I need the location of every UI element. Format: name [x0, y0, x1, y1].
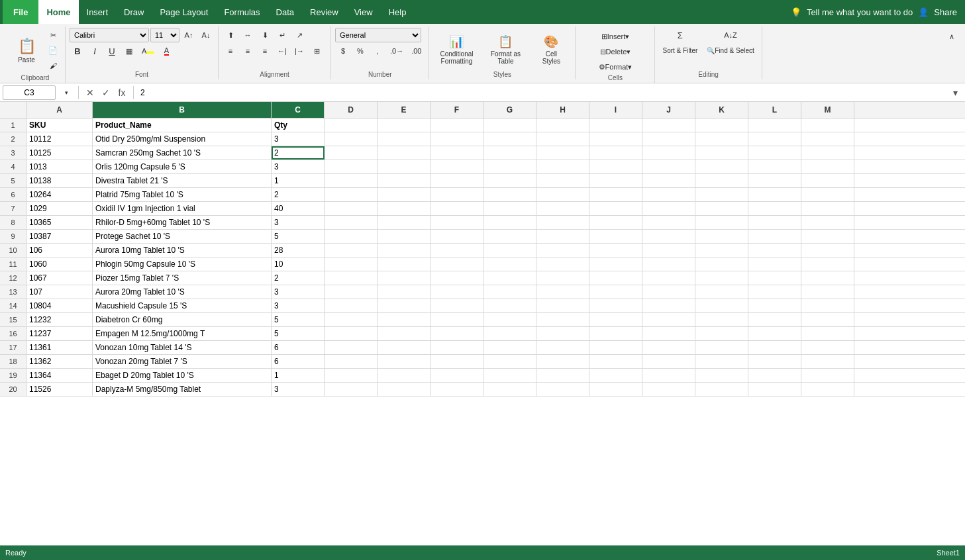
- cell-B9[interactable]: Protege Sachet 10 'S: [93, 230, 272, 243]
- cell-F17[interactable]: [431, 341, 483, 354]
- cell-E4[interactable]: [378, 160, 431, 173]
- cell-C5[interactable]: 1: [272, 174, 325, 187]
- cell-C16[interactable]: 5: [272, 327, 325, 340]
- font-name-select[interactable]: Calibri: [70, 28, 149, 42]
- sort-filter-button[interactable]: Sort & Filter: [659, 43, 701, 58]
- cell-F9[interactable]: [431, 230, 483, 243]
- cell-G4[interactable]: [483, 160, 536, 173]
- cell-L11[interactable]: [748, 257, 801, 271]
- cell-C7[interactable]: 40: [272, 202, 325, 215]
- cell-L9[interactable]: [748, 230, 801, 243]
- cell-I6[interactable]: [589, 188, 642, 201]
- cell-A12[interactable]: 1067: [26, 271, 93, 285]
- cell-F1[interactable]: [431, 118, 483, 132]
- cell-L15[interactable]: [748, 313, 801, 326]
- col-header-C[interactable]: C: [272, 102, 325, 118]
- cell-F12[interactable]: [431, 271, 483, 285]
- cell-I12[interactable]: [589, 271, 642, 285]
- cell-G6[interactable]: [483, 188, 536, 201]
- decrease-decimal-button[interactable]: .0→: [387, 44, 407, 58]
- cell-H8[interactable]: [536, 216, 589, 229]
- cell-D20[interactable]: [325, 383, 378, 396]
- cell-A20[interactable]: 11526: [26, 383, 93, 396]
- cell-M16[interactable]: [801, 327, 854, 340]
- cell-M1[interactable]: [801, 118, 854, 132]
- row-num-11[interactable]: 11: [0, 257, 26, 271]
- row-num-17[interactable]: 17: [0, 341, 26, 354]
- cell-E1[interactable]: [378, 118, 431, 132]
- cell-B8[interactable]: Rhilor-D 5mg+60mg Tablet 10 'S: [93, 216, 272, 229]
- cell-L13[interactable]: [748, 285, 801, 299]
- cell-K16[interactable]: [695, 327, 748, 340]
- tell-me-input[interactable]: Tell me what you want to do: [807, 7, 913, 17]
- cell-J17[interactable]: [642, 341, 695, 354]
- cell-A2[interactable]: 10112: [26, 132, 93, 146]
- cell-B17[interactable]: Vonozan 10mg Tablet 14 'S: [93, 341, 272, 354]
- cell-F6[interactable]: [431, 188, 483, 201]
- cell-M17[interactable]: [801, 341, 854, 354]
- cell-B3[interactable]: Samcran 250mg Sachet 10 'S: [93, 146, 272, 160]
- cell-I20[interactable]: [589, 383, 642, 396]
- cell-E10[interactable]: [378, 244, 431, 257]
- cell-G10[interactable]: [483, 244, 536, 257]
- cell-G14[interactable]: [483, 299, 536, 312]
- row-num-7[interactable]: 7: [0, 202, 26, 215]
- percent-button[interactable]: %: [352, 44, 368, 58]
- cell-K4[interactable]: [695, 160, 748, 173]
- cell-I2[interactable]: [589, 132, 642, 146]
- cell-C11[interactable]: 10: [272, 257, 325, 271]
- cell-K19[interactable]: [695, 369, 748, 382]
- insert-function-button[interactable]: fx: [115, 85, 129, 100]
- col-header-D[interactable]: D: [325, 102, 378, 118]
- cell-K6[interactable]: [695, 188, 748, 201]
- cell-E16[interactable]: [378, 327, 431, 340]
- cell-B10[interactable]: Aurora 10mg Tablet 10 'S: [93, 244, 272, 257]
- cell-J8[interactable]: [642, 216, 695, 229]
- cell-J11[interactable]: [642, 257, 695, 271]
- cell-J1[interactable]: [642, 118, 695, 132]
- underline-button[interactable]: U: [104, 44, 120, 58]
- cell-B7[interactable]: Oxidil IV 1gm Injection 1 vial: [93, 202, 272, 215]
- cell-L1[interactable]: [748, 118, 801, 132]
- cell-I10[interactable]: [589, 244, 642, 257]
- cell-K7[interactable]: [695, 202, 748, 215]
- cell-reference-box[interactable]: [3, 85, 56, 100]
- increase-indent-button[interactable]: |→: [291, 44, 307, 58]
- row-num-5[interactable]: 5: [0, 174, 26, 187]
- cell-H13[interactable]: [536, 285, 589, 299]
- cell-L5[interactable]: [748, 174, 801, 187]
- row-num-9[interactable]: 9: [0, 230, 26, 243]
- cell-I15[interactable]: [589, 313, 642, 326]
- cell-J18[interactable]: [642, 355, 695, 368]
- cell-D15[interactable]: [325, 313, 378, 326]
- row-num-8[interactable]: 8: [0, 216, 26, 229]
- cell-J14[interactable]: [642, 299, 695, 312]
- cell-E9[interactable]: [378, 230, 431, 243]
- cell-B16[interactable]: Empagen M 12.5mg/1000mg T: [93, 327, 272, 340]
- cell-C8[interactable]: 3: [272, 216, 325, 229]
- cell-L7[interactable]: [748, 202, 801, 215]
- row-num-20[interactable]: 20: [0, 383, 26, 396]
- cell-E2[interactable]: [378, 132, 431, 146]
- col-header-K[interactable]: K: [695, 102, 748, 118]
- cell-L17[interactable]: [748, 341, 801, 354]
- cell-G1[interactable]: [483, 118, 536, 132]
- align-middle-button[interactable]: ↔: [240, 28, 256, 42]
- cell-J20[interactable]: [642, 383, 695, 396]
- cell-D12[interactable]: [325, 271, 378, 285]
- cell-E15[interactable]: [378, 313, 431, 326]
- cell-D1[interactable]: [325, 118, 378, 132]
- cell-G16[interactable]: [483, 327, 536, 340]
- cell-H16[interactable]: [536, 327, 589, 340]
- cell-H6[interactable]: [536, 188, 589, 201]
- cell-M7[interactable]: [801, 202, 854, 215]
- cell-A1[interactable]: SKU: [26, 118, 93, 132]
- cell-M10[interactable]: [801, 244, 854, 257]
- cell-C18[interactable]: 6: [272, 355, 325, 368]
- align-right-button[interactable]: ≡: [257, 44, 273, 58]
- cell-G11[interactable]: [483, 257, 536, 271]
- cell-E3[interactable]: [378, 146, 431, 160]
- cell-H10[interactable]: [536, 244, 589, 257]
- cell-L8[interactable]: [748, 216, 801, 229]
- cell-L18[interactable]: [748, 355, 801, 368]
